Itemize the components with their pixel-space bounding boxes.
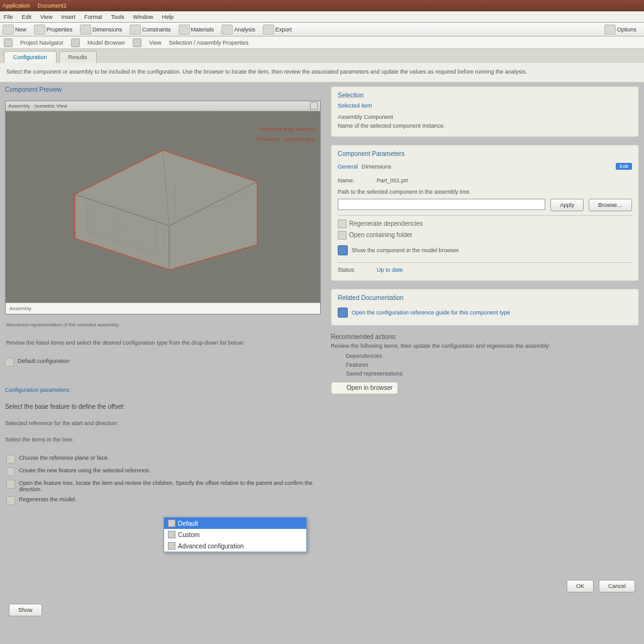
viewport-title: Assembly - Isometric View bbox=[8, 103, 67, 109]
tb-constr[interactable]: Constraints bbox=[142, 26, 171, 33]
browse-button[interactable]: Browse… bbox=[589, 199, 632, 211]
params-desc: Path to the selected component in the as… bbox=[338, 189, 632, 195]
options-icon[interactable] bbox=[604, 25, 616, 35]
params-note: Show the component in the model browser. bbox=[352, 247, 460, 253]
sel-link[interactable]: Selected item bbox=[338, 103, 632, 109]
toolbar: New Properties Dimensions Constraints Ma… bbox=[0, 23, 644, 36]
description: Select the component or assembly to be i… bbox=[0, 63, 644, 82]
config-icon bbox=[5, 358, 14, 367]
menu-view[interactable]: View bbox=[40, 14, 52, 20]
sel-title: Selection bbox=[338, 92, 632, 99]
docs-link[interactable]: Open the configuration reference guide f… bbox=[352, 309, 510, 316]
params-tab2[interactable]: Dimensions bbox=[362, 164, 391, 170]
tb-dim[interactable]: Dimensions bbox=[92, 26, 122, 33]
menu-insert[interactable]: Insert bbox=[61, 14, 75, 20]
sub-browser[interactable]: Model Browser bbox=[87, 40, 125, 46]
bullet-3: Saved representations bbox=[346, 369, 639, 378]
menu-help[interactable]: Help bbox=[162, 14, 174, 20]
sel-sub: Assembly Component bbox=[338, 114, 632, 120]
info-icon bbox=[338, 245, 348, 255]
app-name: Application bbox=[3, 3, 30, 9]
new-icon[interactable] bbox=[3, 25, 14, 35]
preview-title: Component Preview bbox=[5, 86, 321, 93]
viewport-caption: Rendered representation of the selected … bbox=[5, 319, 321, 330]
dd-1: Custom bbox=[178, 531, 199, 538]
tb-props[interactable]: Properties bbox=[47, 26, 72, 33]
analysis-icon[interactable] bbox=[221, 25, 233, 35]
rec-title: Recommended actions: bbox=[331, 333, 639, 340]
left-sub: Selected reference for the start and dir… bbox=[5, 420, 321, 426]
open-folder-link[interactable]: Open containing folder bbox=[338, 231, 632, 240]
props-icon[interactable] bbox=[34, 25, 45, 35]
export-icon[interactable] bbox=[263, 25, 274, 35]
menu-tools[interactable]: Tools bbox=[111, 14, 124, 20]
ok-button[interactable]: OK bbox=[567, 580, 594, 592]
step-1: Choose the reference plane or face. bbox=[6, 453, 319, 465]
viewport-close-icon[interactable] bbox=[310, 102, 318, 109]
option-icon bbox=[168, 519, 175, 527]
view-icon[interactable] bbox=[133, 38, 142, 47]
tb-new[interactable]: New bbox=[15, 26, 26, 33]
browser-icon[interactable] bbox=[71, 38, 80, 47]
tab-results[interactable]: Results bbox=[59, 51, 97, 63]
name-label: Name: bbox=[338, 177, 373, 184]
tb-analysis[interactable]: Analysis bbox=[234, 26, 255, 33]
step-4: Regenerate the model. bbox=[6, 494, 319, 507]
wrench-icon bbox=[6, 455, 15, 464]
menu-window[interactable]: Window bbox=[133, 14, 153, 20]
rec-para: Review the following items, then update … bbox=[331, 343, 639, 349]
cancel-button[interactable]: Cancel bbox=[599, 580, 635, 592]
option-icon bbox=[168, 531, 175, 538]
bullet-1: Dependencies bbox=[346, 352, 639, 360]
panel-docs: Related Documentation Open the configura… bbox=[331, 289, 639, 326]
menu-format[interactable]: Format bbox=[84, 14, 103, 20]
constr-icon[interactable] bbox=[130, 25, 141, 35]
edit-badge[interactable]: Edit bbox=[616, 163, 632, 170]
step-2: Create the new feature using the selecte… bbox=[6, 465, 319, 478]
menubar: File Edit View Insert Format Tools Windo… bbox=[0, 11, 644, 23]
regen-icon bbox=[338, 219, 347, 228]
main: Component Preview Assembly - Isometric V… bbox=[0, 82, 644, 637]
mat-icon[interactable] bbox=[179, 25, 190, 35]
config-dropdown[interactable]: Default Custom Advanced configuration bbox=[164, 517, 307, 552]
viewport-status: Assembly bbox=[6, 303, 320, 314]
tb-options[interactable]: Options bbox=[617, 26, 636, 33]
titlebar: Application Document1 bbox=[0, 0, 644, 11]
params-tab1[interactable]: General bbox=[338, 164, 358, 170]
menu-edit[interactable]: Edit bbox=[22, 14, 32, 20]
menu-file[interactable]: File bbox=[4, 14, 13, 20]
dd-2: Advanced configuration bbox=[178, 543, 244, 550]
nav-icon[interactable] bbox=[4, 38, 13, 47]
open-browser-chip[interactable]: Open in browser bbox=[331, 382, 398, 394]
layers-icon bbox=[6, 480, 15, 489]
step-1-text: Choose the reference plane or face. bbox=[19, 455, 109, 461]
left-column: Component Preview Assembly - Isometric V… bbox=[0, 82, 326, 637]
gear-icon bbox=[6, 496, 15, 505]
regen-link[interactable]: Regenerate dependencies bbox=[338, 219, 632, 228]
right-column: Selection Selected item Assembly Compone… bbox=[326, 82, 644, 637]
panel-selection: Selection Selected item Assembly Compone… bbox=[331, 86, 639, 137]
dropdown-item-advanced[interactable]: Advanced configuration bbox=[164, 540, 306, 552]
chip-text: Open in browser bbox=[347, 384, 392, 391]
path-input[interactable] bbox=[338, 199, 545, 210]
sel-desc: Name of the selected component instance. bbox=[338, 123, 632, 129]
sub-view[interactable]: View bbox=[149, 40, 161, 46]
dim-icon[interactable] bbox=[80, 25, 91, 35]
folder-icon bbox=[338, 231, 347, 240]
sub-nav[interactable]: Project Navigator bbox=[20, 40, 64, 46]
step-4-text: Regenerate the model. bbox=[19, 496, 77, 502]
doc-name: Document1 bbox=[38, 3, 67, 9]
show-button[interactable]: Show bbox=[9, 604, 42, 616]
tab-configuration[interactable]: Configuration bbox=[4, 51, 57, 63]
docs-title: Related Documentation bbox=[338, 294, 632, 301]
apply-button[interactable]: Apply bbox=[550, 199, 584, 211]
dropdown-item-default[interactable]: Default bbox=[164, 518, 306, 529]
left-choose: Select the items in the tree: bbox=[5, 436, 321, 443]
option-icon bbox=[168, 542, 175, 550]
tb-export[interactable]: Export bbox=[275, 26, 292, 33]
dropdown-item-custom[interactable]: Custom bbox=[164, 529, 306, 540]
tb-mat[interactable]: Materials bbox=[191, 26, 214, 33]
viewport-3d[interactable]: Reference edge selected Constraint: coin… bbox=[6, 111, 320, 303]
step-3-text: Open the feature tree, locate the item a… bbox=[19, 480, 319, 492]
step-2-text: Create the new feature using the selecte… bbox=[19, 467, 151, 474]
